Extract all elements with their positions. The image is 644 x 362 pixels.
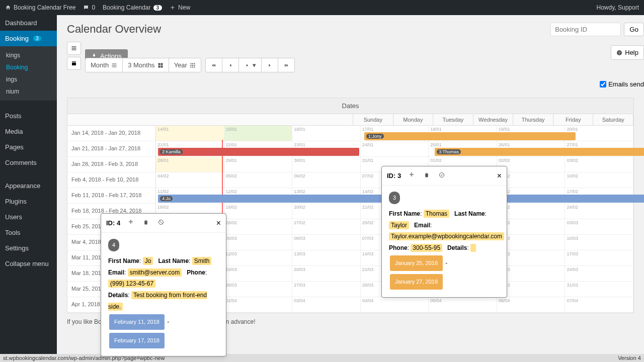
svg-point-2 (440, 173, 444, 177)
booking-label: Booking Calendar (103, 4, 150, 11)
calendar-cell[interactable]: 20/02 (292, 204, 361, 219)
sub-ings[interactable]: ings (0, 73, 57, 85)
calendar-cell[interactable]: 27/02 (292, 219, 361, 234)
emails-send-checkbox[interactable]: Emails send (600, 80, 644, 88)
event-bar[interactable]: 2:Kamilla (158, 148, 359, 156)
calendar-cell[interactable]: 10/03 (565, 235, 633, 250)
calendar-row: Feb 4, 2018 - Feb 10, 201804/0205/0206/0… (67, 172, 633, 188)
sidebar-settings[interactable]: Settings (0, 240, 57, 256)
calendar-cell[interactable]: 04/04 (361, 297, 429, 312)
calendar-cell[interactable]: 06/02 (292, 172, 361, 188)
new-link[interactable]: New (170, 4, 190, 11)
site-name: Booking Calendar Free (14, 4, 75, 11)
list-view-button[interactable] (67, 42, 81, 55)
event-bar[interactable]: 3:Thomas (435, 148, 644, 156)
sidebar-appearance[interactable]: Appearance (0, 178, 57, 194)
calendar-cell[interactable]: 02/02 (497, 157, 566, 172)
approve-icon[interactable] (437, 170, 446, 181)
sidebar-pages[interactable]: Pages (0, 139, 57, 155)
calendar-cell[interactable]: 02/04 (224, 297, 293, 312)
date-chip: January 25, 2018 (390, 255, 443, 271)
close-icon[interactable]: × (216, 219, 221, 228)
close-icon[interactable]: × (497, 171, 502, 180)
calendar-cell[interactable]: 06/04 (497, 297, 566, 312)
site-link[interactable]: Booking Calendar Free (5, 4, 75, 11)
calendar-cell[interactable]: 20/03 (292, 266, 361, 281)
calendar-cell[interactable]: 02/03 (497, 219, 566, 234)
sidebar-media[interactable]: Media (0, 124, 57, 139)
help-button[interactable]: ? Help (611, 45, 644, 60)
calendar-cell[interactable]: 13/03 (292, 250, 361, 265)
calendar-cell[interactable]: 24/01 (361, 141, 429, 156)
sidebar-collapse[interactable]: Collapse menu (0, 256, 57, 272)
calendar-cell[interactable]: 16/01 (292, 126, 361, 141)
calendar-cell[interactable]: 05/04 (429, 297, 497, 312)
cancel-icon[interactable] (156, 218, 166, 228)
sub-kings[interactable]: kings (0, 49, 57, 61)
sub-nium[interactable]: nium (0, 85, 57, 98)
search-input[interactable] (550, 23, 621, 36)
day-header: Thursday (513, 114, 553, 126)
calendar-cell[interactable]: 24/02 (565, 204, 633, 219)
month-button[interactable]: Month (86, 58, 123, 72)
sidebar-comments[interactable]: Comments (0, 155, 57, 170)
calendar-cell[interactable]: 26/02 (224, 219, 293, 234)
date-chip: February 17, 2018 (109, 333, 165, 348)
calendar-cell[interactable]: 10/02 (565, 172, 633, 188)
calendar-cell[interactable]: 26/03 (224, 282, 293, 297)
calendar-cell[interactable]: 19/03 (224, 266, 293, 281)
sidebar-booking[interactable]: Booking 3 (0, 31, 57, 46)
sidebar-posts[interactable]: Posts (0, 108, 57, 124)
nav-today-button[interactable]: ▾ (239, 58, 262, 72)
calendar-view-button[interactable] (67, 57, 81, 70)
calendar-cell[interactable]: 03/02 (565, 157, 633, 172)
calendar-cell[interactable]: 17/03 (565, 250, 633, 265)
calendar-cell[interactable]: 07/04 (565, 297, 633, 312)
nav-next-button[interactable] (262, 58, 278, 72)
calendar-cell[interactable]: 30/01 (292, 157, 361, 172)
three-months-button[interactable]: 3 Months (123, 58, 169, 72)
sidebar-plugins[interactable]: Plugins (0, 194, 57, 209)
move-icon[interactable] (126, 218, 135, 228)
sidebar-booking-label: Booking (5, 35, 29, 42)
calendar-cell[interactable]: 04/02 (156, 172, 224, 188)
nav-first-button[interactable] (206, 58, 222, 72)
sidebar-tools[interactable]: Tools (0, 225, 57, 240)
calendar-cell[interactable]: 09/02 (497, 172, 566, 188)
calendar-cell[interactable]: 03/03 (565, 219, 633, 234)
year-button[interactable]: Year (169, 58, 201, 72)
event-bar[interactable]: 1:Jony (364, 132, 576, 140)
calendar-cell[interactable]: 27/03 (292, 282, 361, 297)
calendar-cell[interactable]: 30/03 (497, 282, 566, 297)
calendar-cell[interactable]: 15/01 (224, 126, 293, 141)
calendar-cell[interactable]: 23/02 (497, 204, 566, 219)
calendar-cell[interactable]: 28/01 (156, 157, 224, 172)
calendar-cell[interactable]: 14/01 (156, 126, 224, 141)
go-button[interactable]: Go (624, 23, 644, 36)
trash-icon[interactable] (422, 170, 431, 181)
calendar-cell[interactable]: 23/03 (497, 266, 566, 281)
day-header: Sunday (353, 114, 393, 126)
calendar-cell[interactable]: 12/03 (224, 250, 293, 265)
trash-icon[interactable] (141, 218, 150, 228)
comments-link[interactable]: 0 (83, 4, 95, 11)
emails-send-input[interactable] (600, 81, 606, 87)
calendar-cell[interactable]: 24/03 (565, 266, 633, 281)
nav-prev-button[interactable] (222, 58, 239, 72)
calendar-cell[interactable]: 03/04 (292, 297, 361, 312)
calendar-cell[interactable]: 19/02 (224, 204, 293, 219)
calendar-cell[interactable]: 16/03 (497, 250, 566, 265)
calendar-cell[interactable]: 09/03 (497, 235, 566, 250)
calendar-cell[interactable]: 29/01 (224, 157, 293, 172)
calendar-cell[interactable]: 06/03 (292, 235, 361, 250)
sidebar-users[interactable]: Users (0, 209, 57, 225)
move-icon[interactable] (407, 170, 416, 181)
calendar-cell[interactable]: 05/02 (224, 172, 293, 188)
sidebar-dashboard[interactable]: Dashboard (0, 15, 57, 31)
booking-link[interactable]: Booking Calendar 3 (103, 4, 162, 11)
calendar-cell[interactable]: 31/03 (565, 282, 633, 297)
nav-last-button[interactable] (278, 58, 294, 72)
sub-booking[interactable]: Booking (0, 61, 57, 73)
howdy[interactable]: Howdy, Support (597, 4, 639, 11)
calendar-cell[interactable]: 05/03 (224, 235, 293, 250)
